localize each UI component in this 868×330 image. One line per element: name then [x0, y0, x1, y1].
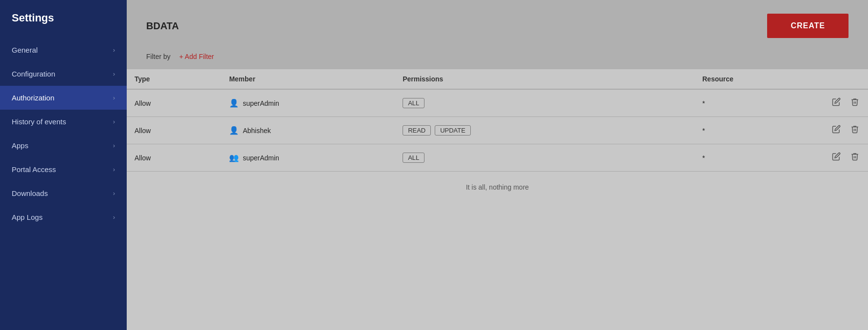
topbar: BDATA CREATE: [127, 0, 868, 48]
authorization-table-container: Type Member Permissions Resource Allow 👤…: [127, 69, 868, 330]
group-icon: 👥: [229, 153, 239, 162]
table-row: Allow 👤 superAdmin ALL *: [127, 89, 868, 117]
row-3-permissions: ALL: [395, 144, 694, 172]
row-2-member-name: Abhishek: [243, 127, 271, 135]
main-content: BDATA CREATE Filter by + Add Filter Type…: [127, 0, 868, 330]
col-header-resource: Resource: [694, 69, 789, 89]
table-row: Allow 👤 Abhishek READ UPDATE *: [127, 117, 868, 144]
permission-badge: ALL: [403, 98, 424, 108]
row-2-resource: *: [694, 117, 789, 144]
page-title: BDATA: [146, 20, 179, 32]
sidebar-item-downloads[interactable]: Downloads ›: [0, 181, 127, 205]
edit-button[interactable]: [831, 97, 842, 110]
filterbar: Filter by + Add Filter: [127, 48, 868, 69]
row-3-resource: *: [694, 144, 789, 172]
sidebar-item-label-authorization: Authorization: [12, 94, 55, 102]
col-header-permissions: Permissions: [395, 69, 694, 89]
row-1-member: 👤 superAdmin: [221, 89, 395, 117]
col-header-type: Type: [127, 69, 221, 89]
sidebar-item-label-downloads: Downloads: [12, 189, 48, 197]
sidebar-item-general[interactable]: General ›: [0, 38, 127, 62]
sidebar-title: Settings: [0, 0, 127, 38]
filter-by-label: Filter by: [146, 53, 171, 60]
sidebar-item-label-configuration: Configuration: [12, 70, 55, 78]
sidebar-item-apps[interactable]: Apps ›: [0, 134, 127, 157]
col-header-member: Member: [221, 69, 395, 89]
row-2-actions: [789, 117, 868, 144]
sidebar-item-app-logs[interactable]: App Logs ›: [0, 205, 127, 229]
delete-button[interactable]: [849, 97, 860, 110]
permission-badge: ALL: [403, 153, 424, 163]
chevron-right-icon: ›: [113, 94, 115, 101]
row-1-member-name: superAdmin: [243, 99, 279, 107]
row-3-member-name: superAdmin: [243, 154, 279, 162]
delete-button[interactable]: [849, 124, 860, 137]
sidebar-item-label-history: History of events: [12, 117, 66, 126]
sidebar-item-configuration[interactable]: Configuration ›: [0, 62, 127, 86]
sidebar: Settings General › Configuration › Autho…: [0, 0, 127, 330]
sidebar-item-label-app-logs: App Logs: [12, 213, 42, 221]
authorization-table: Type Member Permissions Resource Allow 👤…: [127, 69, 868, 172]
sidebar-item-portal-access[interactable]: Portal Access ›: [0, 157, 127, 181]
chevron-right-icon: ›: [113, 214, 115, 221]
row-2-member: 👤 Abhishek: [221, 117, 395, 144]
row-3-actions: [789, 144, 868, 172]
sidebar-item-label-general: General: [12, 46, 38, 54]
row-1-resource: *: [694, 89, 789, 117]
delete-button[interactable]: [849, 151, 860, 164]
col-header-actions: [789, 69, 868, 89]
table-header-row: Type Member Permissions Resource: [127, 69, 868, 89]
row-1-type: Allow: [127, 89, 221, 117]
chevron-right-icon: ›: [113, 70, 115, 78]
row-1-actions: [789, 89, 868, 117]
sidebar-item-label-apps: Apps: [12, 141, 28, 150]
row-3-member: 👥 superAdmin: [221, 144, 395, 172]
chevron-right-icon: ›: [113, 46, 115, 54]
user-icon: 👤: [229, 98, 239, 108]
sidebar-item-label-portal-access: Portal Access: [12, 165, 56, 174]
user-icon: 👤: [229, 126, 239, 135]
permission-badge-update: UPDATE: [435, 125, 471, 136]
row-1-permissions: ALL: [395, 89, 694, 117]
chevron-right-icon: ›: [113, 166, 115, 173]
table-row: Allow 👥 superAdmin ALL *: [127, 144, 868, 172]
sidebar-item-history-of-events[interactable]: History of events ›: [0, 110, 127, 134]
chevron-right-icon: ›: [113, 190, 115, 197]
row-2-permissions: READ UPDATE: [395, 117, 694, 144]
create-button[interactable]: CREATE: [767, 14, 849, 38]
table-footer-message: It is all, nothing more: [127, 172, 868, 203]
row-2-type: Allow: [127, 117, 221, 144]
sidebar-item-authorization[interactable]: Authorization ›: [0, 86, 127, 110]
chevron-right-icon: ›: [113, 142, 115, 149]
edit-button[interactable]: [831, 151, 842, 164]
permission-badge-read: READ: [403, 125, 431, 136]
edit-button[interactable]: [831, 124, 842, 137]
add-filter-button[interactable]: + Add Filter: [176, 52, 217, 61]
chevron-right-icon: ›: [113, 118, 115, 125]
row-3-type: Allow: [127, 144, 221, 172]
